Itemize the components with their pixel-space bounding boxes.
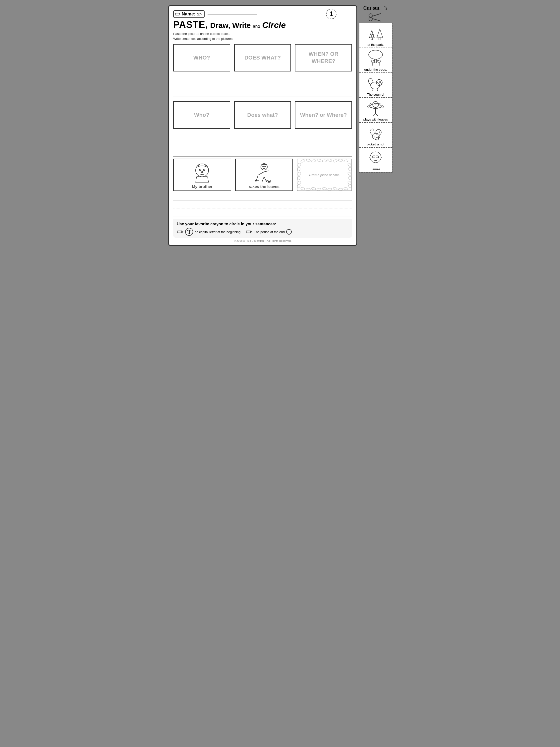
svg-rect-56 xyxy=(177,231,182,233)
svg-point-46 xyxy=(297,172,302,176)
svg-point-73 xyxy=(371,60,374,63)
section1-box3: WHEN? OR WHERE? xyxy=(295,44,352,72)
svg-point-39 xyxy=(322,187,327,190)
rakes-caption: rakes the leaves xyxy=(249,184,279,189)
svg-line-101 xyxy=(375,136,375,139)
svg-point-52 xyxy=(347,172,351,176)
svg-point-51 xyxy=(348,167,351,171)
svg-line-19 xyxy=(257,180,257,182)
svg-point-50 xyxy=(347,162,351,167)
cutout-label-nut: picked a nut xyxy=(367,143,384,146)
cutout-item-park[interactable]: at the park. xyxy=(359,23,392,48)
cutout-item-trees[interactable]: under the trees. xyxy=(359,48,392,73)
svg-point-99 xyxy=(379,131,380,132)
section1: WHO? DOES WHAT? WHEN? OR WHERE? xyxy=(173,44,352,97)
cutout-item-squirrel[interactable]: The squirrel xyxy=(359,73,392,98)
writing-line-7[interactable] xyxy=(173,192,352,201)
svg-point-81 xyxy=(379,81,381,83)
title-paste: PASTE, xyxy=(173,20,208,30)
under-trees-illustration xyxy=(366,50,385,67)
footer-capital-text: he capital letter at the beginning xyxy=(195,230,240,234)
section2-box2-text: Does what? xyxy=(247,111,278,119)
svg-point-12 xyxy=(265,166,266,167)
svg-point-63 xyxy=(369,18,372,21)
svg-point-44 xyxy=(297,162,302,167)
cutout-item-james[interactable]: James xyxy=(359,148,392,172)
cutout-title: Cut out xyxy=(363,5,381,11)
section2-writing-lines xyxy=(173,130,352,154)
name-label: Name: xyxy=(182,11,195,17)
svg-point-70 xyxy=(371,34,374,37)
scissors-icon xyxy=(368,13,383,22)
name-line[interactable] xyxy=(208,14,257,15)
svg-point-40 xyxy=(327,188,332,190)
section1-box2: DOES WHAT? xyxy=(234,44,291,72)
copyright: © 2018 A Plus Education – All Rights Res… xyxy=(173,239,352,242)
svg-line-65 xyxy=(372,19,381,21)
draw-place-box[interactable]: Draw a place or time. xyxy=(297,159,352,191)
section2-box2: Does what? xyxy=(234,101,291,129)
writing-line-4[interactable] xyxy=(173,130,352,138)
svg-rect-104 xyxy=(373,156,375,158)
svg-point-26 xyxy=(300,159,305,163)
section1-box1-text: WHO? xyxy=(193,54,210,61)
arrow-right-icon xyxy=(196,12,202,16)
svg-point-77 xyxy=(378,60,380,63)
svg-point-93 xyxy=(367,105,370,108)
header-row: Name: xyxy=(173,10,352,18)
section2-box1: Who? xyxy=(173,101,230,129)
svg-point-25 xyxy=(268,182,270,183)
svg-marker-60 xyxy=(250,231,252,233)
footer-item-period: The period at the end . xyxy=(245,229,292,235)
svg-point-28 xyxy=(311,159,316,162)
writing-line-6[interactable] xyxy=(173,146,352,154)
svg-point-79 xyxy=(371,82,379,89)
writing-line-9[interactable] xyxy=(173,208,352,216)
plays-leaves-illustration xyxy=(366,99,385,117)
svg-line-15 xyxy=(264,171,269,172)
writing-line-3[interactable] xyxy=(173,89,352,97)
writing-line-2[interactable] xyxy=(173,81,352,89)
svg-line-92 xyxy=(376,114,378,116)
svg-line-64 xyxy=(372,14,381,17)
svg-point-36 xyxy=(306,188,311,190)
section2-box3-text: When? or Where? xyxy=(300,111,347,119)
svg-rect-69 xyxy=(379,38,381,40)
james-illustration xyxy=(366,149,385,166)
svg-point-29 xyxy=(317,159,322,162)
brother-caption: My brother xyxy=(192,184,213,189)
cutout-item-nut[interactable]: picked a nut xyxy=(359,123,392,148)
writing-line-5[interactable] xyxy=(173,138,352,146)
squirrel-illustration xyxy=(366,74,385,92)
cutout-label-park: at the park. xyxy=(367,43,383,47)
svg-rect-86 xyxy=(376,104,378,105)
cutout-header: Cut out xyxy=(363,5,388,12)
writing-line-1[interactable] xyxy=(173,73,352,81)
cutout-item-plays[interactable]: plays with leaves xyxy=(359,98,392,123)
main-sheet: Name: 1 PASTE, Draw, Write and Circle Pa… xyxy=(168,5,357,246)
section2-box1-text: Who? xyxy=(194,111,209,119)
section1-writing-lines xyxy=(173,73,352,97)
page-number: 1 xyxy=(326,9,337,19)
section1-box3-text: WHEN? OR WHERE? xyxy=(297,51,349,65)
svg-rect-85 xyxy=(374,104,376,105)
instruction-line2: Write sentences according to the picture… xyxy=(173,36,352,41)
section1-boxes: WHO? DOES WHAT? WHEN? OR WHERE? xyxy=(173,44,352,72)
svg-point-35 xyxy=(300,187,305,190)
svg-point-47 xyxy=(297,176,300,180)
svg-point-37 xyxy=(311,187,316,190)
svg-point-96 xyxy=(379,103,381,106)
svg-line-20 xyxy=(258,180,258,182)
svg-point-55 xyxy=(348,184,351,188)
svg-line-83 xyxy=(377,88,378,91)
instructions: Paste the pictures on the correct boxes.… xyxy=(173,31,352,41)
svg-point-38 xyxy=(317,188,322,190)
name-box: Name: xyxy=(173,10,205,18)
section3-boxes: My brother xyxy=(173,159,352,191)
section-divider-1 xyxy=(173,99,352,99)
rakes-box: rakes the leaves xyxy=(235,159,293,191)
writing-line-8[interactable] xyxy=(173,201,352,208)
svg-point-32 xyxy=(333,159,338,162)
leaf-border-decoration xyxy=(297,159,351,190)
brother-figure xyxy=(192,162,213,183)
